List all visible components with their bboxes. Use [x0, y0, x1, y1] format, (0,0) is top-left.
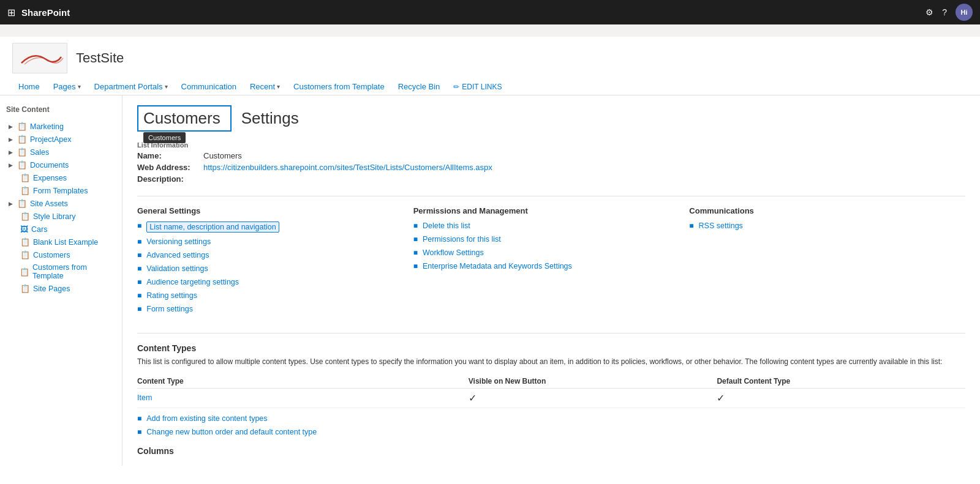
expand-icon[interactable]: ▶ [9, 162, 13, 168]
sidebar-item-marketing[interactable]: ▶ 📋 Marketing [6, 120, 116, 133]
expand-icon[interactable]: ▶ [9, 136, 13, 143]
web-address-row: Web Address: https://citizenbuilders.sha… [137, 163, 965, 172]
list-information-section: List Information Name: Customers Web Add… [137, 141, 965, 184]
add-content-type-link-row: ■ Add from existing site content types [137, 414, 965, 423]
permissions-col: Permissions and Management ■ Delete this… [413, 206, 690, 318]
setting-link-rating: ■ Rating settings [137, 291, 401, 300]
communications-col: Communications ■ RSS settings [689, 206, 965, 318]
setting-link-delete: ■ Delete this list [413, 222, 677, 230]
nav-home[interactable]: Home [12, 78, 46, 95]
page-title-area: Customers Settings Customers [137, 105, 965, 132]
setting-link-validation: ■ Validation settings [137, 264, 401, 273]
customers-tab[interactable]: Customers [137, 105, 232, 132]
ct-col-visible: Visible on New Button [469, 374, 717, 389]
general-settings-title: General Settings [137, 206, 401, 215]
content-types-table: Content Type Visible on New Button Defau… [137, 374, 965, 408]
bullet-icon: ■ [137, 414, 141, 423]
nav-recycle-bin[interactable]: Recycle Bin [392, 78, 447, 95]
visible-check-icon: ✓ [469, 393, 477, 403]
waffle-icon[interactable]: ⊞ [7, 7, 15, 18]
expand-icon[interactable]: ▶ [9, 201, 13, 207]
settings-grid: General Settings ■ List name, descriptio… [137, 196, 965, 318]
rss-link[interactable]: RSS settings [699, 222, 743, 230]
bullet-icon: ■ [137, 305, 141, 313]
description-row: Description: [137, 174, 965, 184]
form-settings-link[interactable]: Form settings [146, 305, 193, 313]
sidebar-item-site-pages[interactable]: 📋 Site Pages [6, 282, 116, 295]
add-content-type-link[interactable]: Add from existing site content types [146, 414, 267, 423]
sidebar-item-expenses[interactable]: 📋 Expenses [6, 171, 116, 184]
setting-link-permissions: ■ Permissions for this list [413, 235, 677, 244]
name-label: Name: [137, 151, 198, 160]
settings-icon[interactable]: ⚙ [925, 7, 933, 17]
sidebar-item-projectapex[interactable]: ▶ 📋 ProjectApex [6, 133, 116, 146]
edit-pencil-icon: ✏ [453, 83, 459, 91]
advanced-link[interactable]: Advanced settings [146, 251, 209, 259]
permissions-list-link[interactable]: Permissions for this list [423, 235, 501, 244]
sidebar: Site Content ▶ 📋 Marketing ▶ 📋 ProjectAp… [0, 95, 123, 466]
name-value: Customers [203, 151, 242, 160]
main-content: Site Content ▶ 📋 Marketing ▶ 📋 ProjectAp… [0, 95, 980, 466]
sidebar-item-form-templates[interactable]: 📋 Form Templates [6, 184, 116, 197]
permissions-title: Permissions and Management [413, 206, 677, 215]
description-label: Description: [137, 174, 198, 184]
sidebar-item-style-library[interactable]: 📋 Style Library [6, 210, 116, 223]
bullet-icon: ■ [137, 237, 141, 246]
workflow-link[interactable]: Workflow Settings [423, 248, 484, 257]
customers-tooltip: Customers [143, 132, 186, 143]
recent-dropdown-arrow: ▾ [277, 83, 280, 90]
change-content-type-link[interactable]: Change new button order and default cont… [146, 428, 317, 436]
nav-customers-from-template[interactable]: Customers from Template [287, 78, 391, 95]
list-name-link[interactable]: List name, description and navigation [146, 222, 279, 233]
nav-recent[interactable]: Recent ▾ [244, 78, 286, 95]
site-logo [12, 43, 67, 73]
sidebar-title: Site Content [6, 105, 116, 114]
expand-icon[interactable]: ▶ [9, 149, 13, 155]
bullet-icon: ■ [413, 235, 418, 244]
nav-communication[interactable]: Communication [175, 78, 243, 95]
dept-portals-dropdown-arrow: ▾ [165, 83, 168, 90]
topbar-title: SharePoint [21, 7, 70, 18]
nav-pages[interactable]: Pages ▾ [47, 78, 87, 95]
content-types-header: Content Types [137, 343, 965, 353]
sidebar-item-sales[interactable]: ▶ 📋 Sales [6, 146, 116, 158]
topbar-left: ⊞ SharePoint [7, 7, 70, 18]
ct-row-type[interactable]: Item [137, 388, 469, 408]
user-avatar[interactable]: Hi [956, 4, 973, 21]
web-address-link[interactable]: https://citizenbuilders.sharepoint.com/s… [203, 163, 492, 172]
nav-department-portals[interactable]: Department Portals ▾ [88, 78, 174, 95]
ct-col-default: Default Content Type [717, 374, 965, 389]
site-branding: TestSite [12, 43, 968, 73]
sidebar-item-cars[interactable]: 🖼 Cars [6, 223, 116, 236]
general-settings-col: General Settings ■ List name, descriptio… [137, 206, 413, 318]
sidebar-item-customers[interactable]: 📋 Customers [6, 248, 116, 261]
topbar-right: ⚙ ? Hi [925, 4, 973, 21]
sidebar-item-site-assets[interactable]: ▶ 📋 Site Assets [6, 197, 116, 210]
setting-link-rss: ■ RSS settings [689, 222, 953, 230]
settings-tab[interactable]: Settings [232, 106, 309, 130]
change-content-type-link-row: ■ Change new button order and default co… [137, 428, 965, 436]
web-address-value: https://citizenbuilders.sharepoint.com/s… [203, 163, 492, 172]
columns-header: Columns [137, 446, 965, 456]
versioning-link[interactable]: Versioning settings [146, 237, 211, 246]
sidebar-item-customers-from-template[interactable]: 📋 Customers from Template [6, 261, 116, 282]
pages-dropdown-arrow: ▾ [78, 83, 81, 90]
sidebar-item-documents[interactable]: ▶ 📋 Documents [6, 158, 116, 171]
site-name: TestSite [76, 50, 124, 66]
validation-link[interactable]: Validation settings [146, 264, 208, 273]
sidebar-item-blank-list[interactable]: 📋 Blank List Example [6, 236, 116, 248]
bullet-icon: ■ [689, 222, 693, 230]
ct-row-visible: ✓ [469, 388, 717, 408]
table-row: Item ✓ ✓ [137, 388, 965, 408]
nav-edit-links[interactable]: ✏ EDIT LINKS [447, 79, 508, 95]
setting-link-name-description: ■ List name, description and navigation [137, 222, 401, 233]
rating-link[interactable]: Rating settings [146, 291, 197, 300]
help-icon[interactable]: ? [942, 7, 947, 17]
bullet-icon: ■ [137, 278, 141, 286]
metadata-link[interactable]: Enterprise Metadata and Keywords Setting… [423, 262, 572, 270]
setting-link-advanced: ■ Advanced settings [137, 251, 401, 259]
delete-list-link[interactable]: Delete this list [423, 222, 470, 230]
expand-icon[interactable]: ▶ [9, 124, 13, 130]
bullet-icon: ■ [137, 251, 141, 259]
audience-link[interactable]: Audience targeting settings [146, 278, 239, 286]
